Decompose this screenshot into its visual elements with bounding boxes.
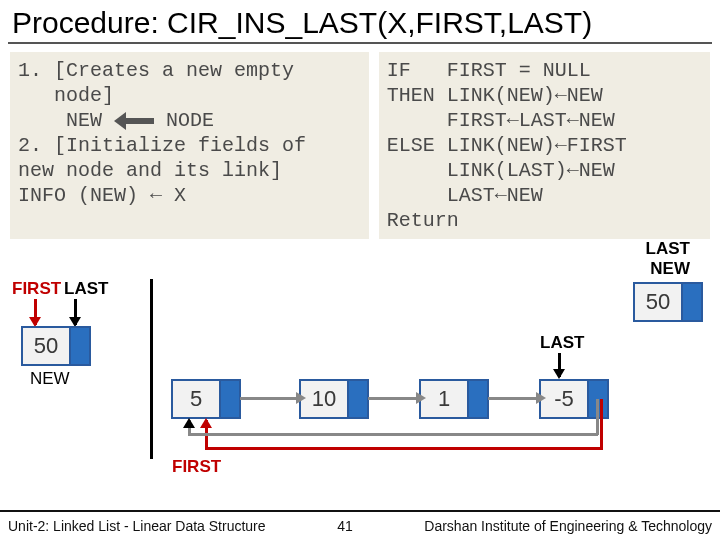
- node-b-info: 5: [172, 380, 220, 418]
- arrowhead-inner: [188, 420, 191, 422]
- node-d: 1: [420, 380, 488, 418]
- label-first-left: FIRST: [12, 279, 61, 299]
- label-first-bottom: FIRST: [172, 457, 221, 477]
- page-number: 41: [337, 518, 353, 534]
- node-f-link: [682, 283, 702, 321]
- node-a-info: 50: [22, 327, 70, 365]
- arrowhead-cd: [416, 392, 426, 404]
- code-line: NODE: [154, 109, 214, 132]
- node-d-link: [468, 380, 488, 418]
- wire-de: [488, 397, 536, 400]
- code-line: new node and its link]: [18, 159, 282, 182]
- footer: Unit-2: Linked List - Linear Data Struct…: [0, 510, 720, 540]
- diagram-area: LAST NEW FIRST LAST 50 NEW 50 LAST 5 10 …: [0, 247, 720, 502]
- code-box-left: 1. [Creates a new empty node] NEW NODE 2…: [10, 52, 369, 239]
- node-d-info: 1: [420, 380, 468, 418]
- wire-loop-v1: [600, 399, 603, 449]
- node-e-info: -5: [540, 380, 588, 418]
- node-c: 10: [300, 380, 368, 418]
- arrowhead-de: [536, 392, 546, 404]
- code-line: LINK(LAST)←NEW: [387, 159, 615, 182]
- footer-right: Darshan Institute of Engineering & Techn…: [424, 518, 712, 534]
- wire-inner-v1: [596, 399, 599, 435]
- code-line: INFO (NEW) ← X: [18, 184, 186, 207]
- code-line: ELSE LINK(NEW)←FIRST: [387, 134, 627, 157]
- code-line: 1. [Creates a new empty: [18, 59, 294, 82]
- code-line: 2. [Initialize fields of: [18, 134, 306, 157]
- arrowhead-bc: [296, 392, 306, 404]
- node-c-link: [348, 380, 368, 418]
- wire-loop-h: [205, 447, 603, 450]
- arrow-left-icon: [114, 114, 154, 128]
- node-b: 5: [172, 380, 240, 418]
- label-last-top: LAST: [646, 239, 690, 259]
- label-new-top: NEW: [650, 259, 690, 279]
- code-row: 1. [Creates a new empty node] NEW NODE 2…: [0, 52, 720, 239]
- node-b-link: [220, 380, 240, 418]
- title-underline: [8, 42, 712, 44]
- code-line: THEN LINK(NEW)←NEW: [387, 84, 603, 107]
- node-a-link: [70, 327, 90, 365]
- pointer-last-a: [74, 299, 77, 325]
- code-line: NEW: [18, 109, 114, 132]
- node-c-info: 10: [300, 380, 348, 418]
- code-box-right: IF FIRST = NULL THEN LINK(NEW)←NEW FIRST…: [379, 52, 710, 239]
- code-line: IF FIRST = NULL: [387, 59, 591, 82]
- wire-bc: [240, 397, 296, 400]
- code-line: node]: [18, 84, 114, 107]
- label-last-left: LAST: [64, 279, 108, 299]
- label-new-a: NEW: [30, 369, 70, 389]
- node-f-info: 50: [634, 283, 682, 321]
- divider-line: [150, 279, 153, 459]
- arrowhead-loop: [205, 420, 208, 422]
- node-f: 50: [634, 283, 702, 321]
- code-line: FIRST←LAST←NEW: [387, 109, 615, 132]
- page-title: Procedure: CIR_INS_LAST(X,FIRST,LAST): [0, 0, 720, 42]
- pointer-first-a: [34, 299, 37, 325]
- wire-inner-h: [188, 433, 598, 436]
- pointer-last-e: [558, 353, 561, 377]
- code-line: Return: [387, 209, 459, 232]
- node-a: 50: [22, 327, 90, 365]
- label-last-mid: LAST: [540, 333, 584, 353]
- footer-left: Unit-2: Linked List - Linear Data Struct…: [8, 518, 266, 534]
- wire-cd: [368, 397, 416, 400]
- code-line: LAST←NEW: [387, 184, 543, 207]
